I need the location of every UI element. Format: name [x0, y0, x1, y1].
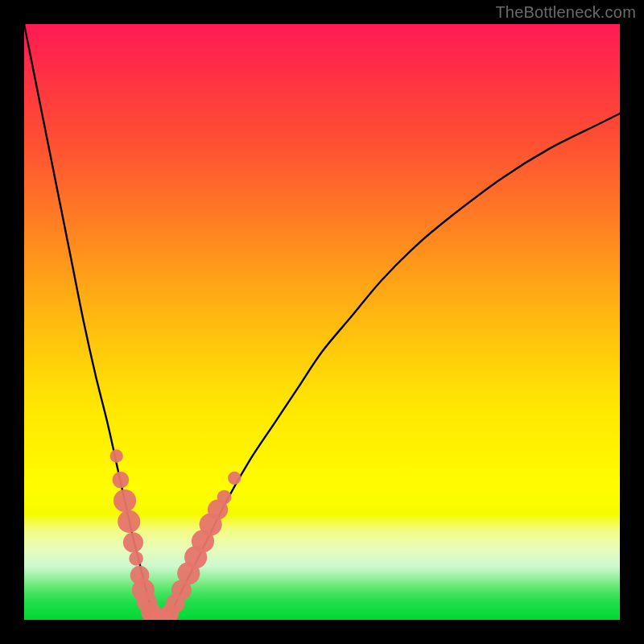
component-point: [113, 472, 130, 489]
chart-stage: TheBottleneck.com: [0, 0, 644, 644]
component-point: [228, 472, 241, 485]
component-point: [110, 449, 123, 462]
component-point: [217, 490, 232, 505]
bottleneck-curve: [24, 24, 620, 620]
component-points-group: [110, 449, 242, 620]
component-point: [114, 489, 136, 512]
plot-area: [24, 24, 620, 620]
component-point: [129, 551, 143, 566]
watermark-text: TheBottleneck.com: [495, 3, 636, 22]
component-point: [123, 532, 143, 552]
curve-layer: [24, 24, 620, 620]
component-point: [118, 510, 140, 533]
